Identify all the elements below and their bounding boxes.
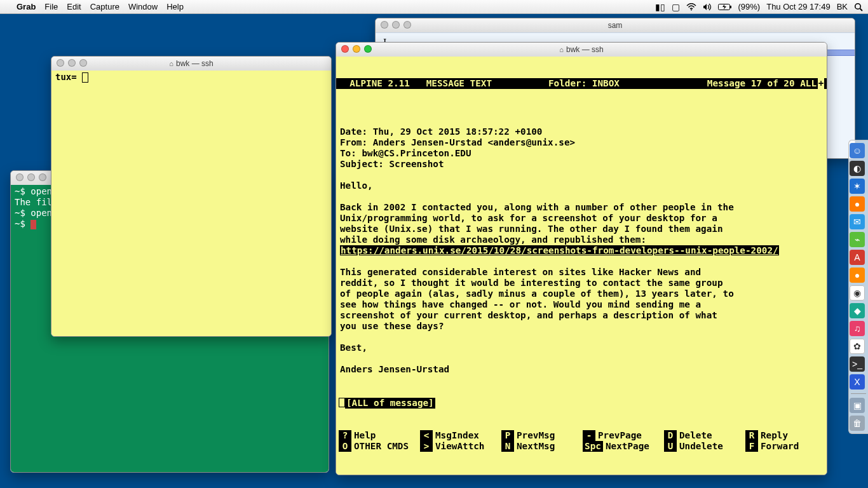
mail-body-signature: Anders Jensen-Urstad [340, 364, 449, 374]
display-icon[interactable]: ▢ [672, 2, 680, 12]
wifi-icon[interactable] [686, 3, 696, 11]
home-icon: ⌂ [559, 46, 564, 53]
minimize-button[interactable] [353, 45, 360, 53]
alpine-cmd-viewattch[interactable]: >ViewAttch [420, 441, 499, 452]
battery-icon[interactable]: ▮▯ [655, 2, 665, 12]
svg-line-4 [860, 8, 863, 11]
zoom-button[interactable] [79, 59, 87, 67]
alpine-header-msgcount: Message 17 of 20 ALL [682, 78, 817, 89]
macos-menubar: Grab File Edit Capture Window Help ▮▯ ▢ … [0, 0, 868, 14]
alpine-cmd-label: Delete [679, 430, 712, 441]
alpine-cmd-key: - [583, 430, 595, 441]
spotlight-icon[interactable] [854, 3, 863, 11]
alpine-cmd-forward[interactable]: FForward [745, 441, 824, 452]
alpine-header-folder: Folder: INBOX [548, 78, 682, 89]
mail-body-closing: Best, [340, 342, 367, 353]
alpine-cmd-key: R [745, 430, 758, 441]
dock-chrome-icon[interactable]: ◉ [850, 285, 865, 301]
alpine-cmd-key: ? [339, 430, 351, 441]
alpine-cmd-undelete[interactable]: UUndelete [664, 441, 743, 452]
window-title: bwk — ssh [566, 45, 604, 54]
dock-finder-icon[interactable]: ☺ [850, 143, 865, 158]
menu-window[interactable]: Window [128, 2, 158, 11]
alpine-cmd-key: Spc [583, 441, 603, 452]
minimize-button[interactable] [27, 173, 35, 181]
menu-capture[interactable]: Capture [90, 2, 119, 11]
terminal-line: ~$ open [15, 186, 52, 196]
zoom-button[interactable] [403, 21, 411, 29]
close-button[interactable] [341, 45, 349, 53]
dock-mail-icon[interactable]: ✉ [850, 214, 865, 229]
alpine-cmd-nextmsg[interactable]: NNextMsg [501, 441, 580, 452]
alpine-command-bar: ?Help<MsgIndexPPrevMsg-PrevPageDDeleteRR… [339, 430, 824, 452]
minimize-button[interactable] [68, 59, 76, 67]
terminal-body[interactable]: tux= [51, 71, 331, 336]
dock-photos-icon[interactable]: ✿ [850, 339, 865, 354]
terminal-line: The fil [15, 197, 52, 207]
window-ssh-alpine[interactable]: ⌂bwk — ssh ALPINE 2.11 MESSAGE TEXT Fold… [336, 42, 827, 475]
titlebar[interactable]: ⌂bwk — ssh [51, 57, 331, 71]
dock-trash-icon[interactable]: 🗑 [850, 416, 865, 431]
dock-safari-icon[interactable]: ✶ [850, 179, 865, 194]
alpine-cmd-label: OTHER CMDS [354, 441, 409, 452]
alpine-cmd-key: N [501, 441, 514, 452]
titlebar[interactable]: ⌂bwk — ssh [336, 43, 827, 57]
alpine-cmd-label: Undelete [679, 441, 723, 452]
alpine-cmd-label: MsgIndex [435, 430, 479, 441]
window-title: bwk — ssh [176, 59, 214, 68]
volume-icon[interactable] [703, 3, 712, 11]
svg-rect-2 [730, 6, 731, 8]
macos-dock[interactable]: ☺◐✶●✉⌁A●◉◆♫✿>_X▣🗑 [848, 140, 868, 434]
dock-acrobat-icon[interactable]: A [850, 250, 865, 265]
alpine-cursor-box [339, 398, 345, 407]
alpine-cmd-nextpage[interactable]: SpcNextPage [583, 441, 661, 452]
app-menu[interactable]: Grab [17, 2, 36, 11]
alpine-cmd-other-cmds[interactable]: OOTHER CMDS [339, 441, 417, 452]
alpine-cmd-label: NextPage [606, 441, 649, 452]
close-button[interactable] [381, 21, 388, 29]
alpine-cmd-key: F [745, 441, 758, 452]
zoom-button[interactable] [39, 173, 46, 181]
dock-dashboard-icon[interactable]: ◐ [850, 161, 865, 176]
alpine-cmd-reply[interactable]: RReply [745, 430, 824, 441]
menu-help[interactable]: Help [166, 2, 184, 11]
alpine-cmd-key: > [420, 441, 433, 452]
mail-body-link[interactable]: https://anders.unix.se/2015/10/28/screen… [340, 245, 779, 255]
alpine-cmd-label: PrevPage [598, 430, 642, 441]
charge-icon[interactable] [718, 3, 732, 11]
dock-app-orange-icon[interactable]: ● [850, 268, 865, 283]
dock-separator [851, 393, 866, 394]
titlebar[interactable]: sam [376, 18, 855, 33]
minimize-button[interactable] [392, 21, 400, 29]
dock-app-teal-icon[interactable]: ◆ [850, 303, 865, 318]
alpine-cmd-label: Help [354, 430, 376, 441]
alpine-cmd-prevpage[interactable]: -PrevPage [583, 430, 661, 441]
alpine-message: Date: Thu, 29 Oct 2015 18:57:22 +0100 Fr… [336, 111, 827, 386]
alpine-body[interactable]: ALPINE 2.11 MESSAGE TEXT Folder: INBOX M… [336, 57, 827, 475]
menu-edit[interactable]: Edit [67, 2, 81, 11]
user-menu[interactable]: BK [837, 2, 848, 11]
alpine-cmd-help[interactable]: ?Help [339, 430, 417, 441]
window-title: sam [608, 21, 623, 30]
dock-xcode-icon[interactable]: X [850, 374, 865, 390]
window-ssh-small[interactable]: ⌂bwk — ssh tux= [51, 56, 332, 337]
dock-app-green-icon[interactable]: ⌁ [850, 232, 865, 247]
traffic-lights [341, 45, 372, 53]
alpine-cmd-msgindex[interactable]: <MsgIndex [420, 430, 499, 441]
alpine-cmd-prevmsg[interactable]: PPrevMsg [501, 430, 580, 441]
alpine-status: [ALL of message] [345, 398, 435, 409]
close-button[interactable] [16, 173, 24, 181]
dock-itunes-icon[interactable]: ♫ [850, 321, 865, 336]
dock-firefox-icon[interactable]: ● [850, 196, 865, 212]
alpine-cmd-label: ViewAttch [435, 441, 484, 452]
menu-file[interactable]: File [44, 2, 58, 11]
alpine-cmd-label: Reply [761, 430, 788, 441]
clock[interactable]: Thu Oct 29 17:49 [766, 2, 830, 11]
dock-terminal-icon[interactable]: >_ [850, 356, 865, 372]
close-button[interactable] [57, 59, 64, 67]
mail-body-p2: This generated considerable interest on … [340, 267, 734, 331]
dock-folder-icon[interactable]: ▣ [850, 398, 865, 413]
alpine-header-app: ALPINE 2.11 MESSAGE TEXT [339, 78, 548, 89]
alpine-cmd-delete[interactable]: DDelete [664, 430, 743, 441]
zoom-button[interactable] [364, 45, 372, 53]
